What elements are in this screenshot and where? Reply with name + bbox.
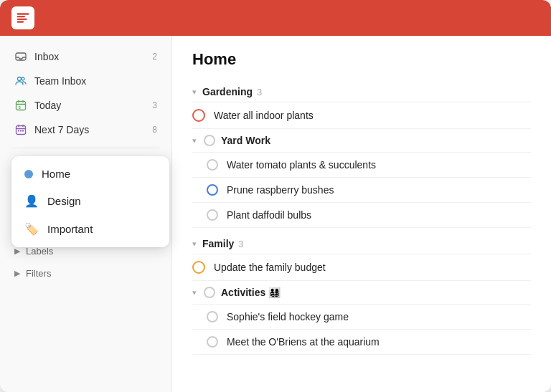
app-logo [11, 6, 34, 29]
today-icon: 3 [14, 99, 27, 112]
yard-work-circle [204, 135, 215, 146]
task-daffodil-text: Plant daffodil bulbs [227, 209, 311, 221]
project-design[interactable]: 👤 Design [11, 187, 169, 215]
task-plant-daffodil[interactable]: Plant daffodil bulbs [192, 203, 531, 228]
task-circle-red [192, 109, 205, 122]
design-icon: 👤 [24, 194, 39, 208]
app-container: Inbox 2 Team Inbox [0, 0, 551, 392]
today-count: 3 [152, 100, 157, 110]
activities-title: Activities 👨‍👩‍👧‍👦 [221, 287, 281, 298]
project-design-label: Design [47, 195, 81, 207]
task-tomato-plants[interactable]: Water tomato plants & succulents [192, 153, 531, 178]
task-circle-tomato [207, 159, 218, 171]
sidebar-item-next7days[interactable]: Next 7 Days 8 [0, 118, 171, 142]
task-hockey-game[interactable]: Sophie's field hockey game [192, 305, 531, 330]
project-home[interactable]: Home [11, 161, 169, 187]
svg-rect-8 [22, 130, 24, 132]
next7days-count: 8 [152, 125, 157, 135]
task-water-plants-text: Water all indoor plants [214, 110, 314, 121]
filters-chevron-icon: ▶ [14, 269, 20, 278]
task-meet-obriens[interactable]: Meet the O'Briens at the aquarium [192, 330, 531, 355]
team-inbox-label: Team Inbox [34, 75, 86, 87]
next7days-label: Next 7 Days [34, 124, 89, 135]
activities-header[interactable]: ▾ Activities 👨‍👩‍👧‍👦 [192, 281, 531, 305]
activities-chevron: ▾ [192, 288, 197, 297]
task-tomato-text: Water tomato plants & succulents [227, 159, 376, 171]
team-inbox-icon [14, 75, 27, 87]
page-title: Home [192, 50, 531, 69]
family-title: Family [202, 238, 234, 249]
task-circle-orange [192, 261, 205, 274]
yard-work-header[interactable]: ▾ Yard Work [192, 129, 531, 153]
svg-rect-6 [18, 130, 19, 132]
important-icon: 🏷️ [24, 222, 39, 236]
svg-text:3: 3 [19, 105, 22, 110]
inbox-count: 2 [152, 52, 157, 62]
filters-expand[interactable]: ▶ Filters [0, 262, 171, 285]
task-circle-daffodil [207, 209, 218, 221]
inbox-label: Inbox [34, 51, 59, 62]
sidebar-item-inbox[interactable]: Inbox 2 [0, 44, 171, 69]
inbox-icon [14, 50, 27, 63]
family-count: 3 [238, 239, 243, 249]
task-prune-raspberry[interactable]: Prune raspberry bushes [192, 178, 531, 203]
svg-rect-7 [20, 130, 22, 132]
task-obriens-text: Meet the O'Briens at the aquarium [227, 336, 380, 348]
activities-circle [204, 287, 215, 298]
project-important-label: Important [47, 223, 93, 235]
svg-point-1 [18, 77, 22, 81]
sidebar-divider [11, 148, 160, 148]
projects-dropdown: Home 👤 Design 🏷️ Important [11, 156, 169, 247]
task-circle-hockey [207, 311, 218, 322]
yard-work-title: Yard Work [221, 135, 270, 146]
yard-work-chevron: ▾ [192, 136, 197, 145]
labels-chevron-icon: ▶ [14, 247, 20, 256]
task-family-budget[interactable]: Update the family budget [192, 254, 531, 281]
task-hockey-text: Sophie's field hockey game [227, 311, 349, 322]
title-bar [0, 0, 551, 36]
gardening-count: 3 [257, 87, 262, 97]
filters-label: Filters [26, 268, 51, 279]
family-section-header[interactable]: ▾ Family 3 [192, 234, 531, 254]
family-chevron: ▾ [192, 239, 197, 249]
project-important[interactable]: 🏷️ Important [11, 215, 169, 243]
task-circle-obriens [207, 336, 218, 348]
next7days-icon [14, 123, 27, 136]
task-prune-text: Prune raspberry bushes [227, 184, 334, 196]
svg-point-2 [22, 77, 24, 80]
task-water-plants[interactable]: Water all indoor plants [192, 102, 531, 129]
task-budget-text: Update the family budget [214, 262, 326, 273]
sidebar-item-team-inbox[interactable]: Team Inbox [0, 69, 171, 93]
today-label: Today [34, 100, 61, 111]
main-area: Inbox 2 Team Inbox [0, 36, 551, 392]
labels-label: Labels [26, 246, 53, 257]
gardening-section-header[interactable]: ▾ Gardening 3 [192, 82, 531, 102]
svg-rect-3 [17, 102, 26, 110]
home-dot [24, 170, 33, 178]
main-content: Home ▾ Gardening 3 Water all indoor plan… [172, 36, 551, 392]
project-home-label: Home [42, 168, 70, 180]
gardening-title: Gardening [202, 86, 253, 97]
sidebar-item-today[interactable]: 3 Today 3 [0, 93, 171, 118]
gardening-chevron: ▾ [192, 87, 197, 97]
task-circle-blue [207, 184, 218, 196]
